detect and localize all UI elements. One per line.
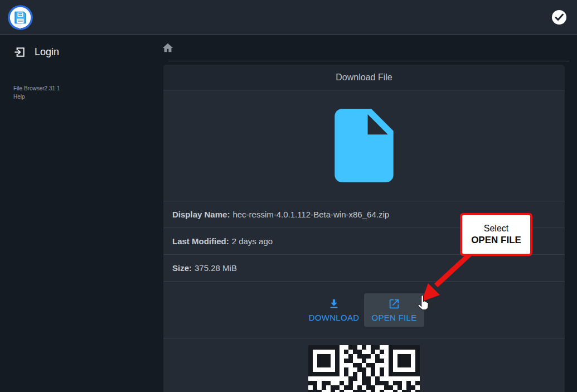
detail-value: 375.28 MiB xyxy=(195,263,237,273)
detail-value: 2 days ago xyxy=(232,236,273,246)
open-file-button[interactable]: OPEN FILE xyxy=(364,293,424,327)
file-icon-section xyxy=(163,90,565,201)
sidebar-item-login[interactable]: Login xyxy=(0,36,156,69)
qr-code xyxy=(308,345,420,392)
detail-label: Size: xyxy=(172,263,192,273)
download-icon xyxy=(328,298,340,310)
login-label: Login xyxy=(35,46,59,58)
help-link[interactable]: Help xyxy=(13,93,156,101)
download-label: DOWNLOAD xyxy=(309,313,360,322)
download-button[interactable]: DOWNLOAD xyxy=(304,293,364,327)
version-link[interactable]: File Browser2.31.1 xyxy=(13,84,156,93)
detail-label: Last Modified: xyxy=(172,236,229,246)
callout-line2: OPEN FILE xyxy=(471,234,521,246)
card-title: Download File xyxy=(163,65,565,90)
file-document-icon xyxy=(320,101,408,190)
detail-value: hec-ressim-4.0.1.112-Beta-win-x86_64.zip xyxy=(232,210,389,219)
detail-row-size: Size: 375.28 MiB xyxy=(163,255,565,282)
detail-label: Display Name: xyxy=(172,210,230,219)
qr-section xyxy=(163,338,565,392)
annotation-callout: Select OPEN FILE xyxy=(460,213,532,256)
sidebar: Login File Browser2.31.1 Help xyxy=(0,36,156,392)
callout-line1: Select xyxy=(484,222,508,234)
open-file-label: OPEN FILE xyxy=(371,313,416,322)
open-in-new-icon xyxy=(388,298,400,310)
sidebar-credits: File Browser2.31.1 Help xyxy=(13,84,156,101)
check-circle-icon[interactable] xyxy=(551,9,567,25)
actions-row: DOWNLOAD OPEN FILE xyxy=(163,282,565,338)
login-icon xyxy=(13,46,26,59)
breadcrumb-divider xyxy=(168,61,569,61)
floppy-disk-logo-icon[interactable] xyxy=(8,5,33,30)
home-icon[interactable] xyxy=(162,42,174,54)
topbar xyxy=(0,0,577,35)
breadcrumb xyxy=(156,36,577,61)
